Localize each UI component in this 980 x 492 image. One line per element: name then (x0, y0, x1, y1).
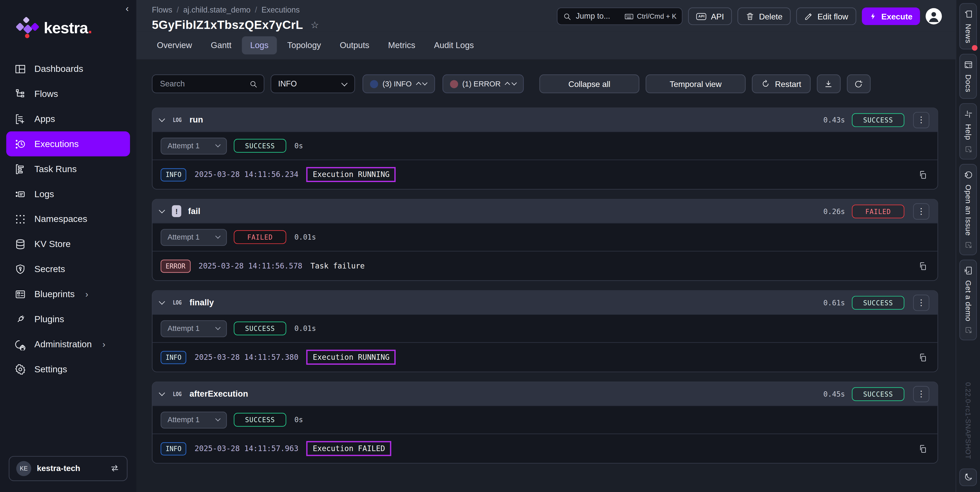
copy-button[interactable] (916, 353, 929, 362)
jump-to-search[interactable]: Jump to... Ctrl/Cmd + K (557, 7, 683, 25)
attempt-select[interactable]: Attempt 1 (161, 320, 227, 337)
sidebar-item-logs[interactable]: Logs (6, 181, 130, 206)
info-count-chip[interactable]: (3) INFO (363, 74, 435, 93)
tab-logs[interactable]: Logs (242, 36, 277, 54)
workspace-switcher[interactable]: KE kestra-tech (9, 456, 127, 481)
download-icon (824, 79, 834, 88)
task-menu-button[interactable]: ⋮ (913, 112, 929, 128)
favorite-star-icon[interactable]: ☆ (311, 19, 319, 31)
chevron-down-icon[interactable] (511, 81, 516, 85)
sidebar-collapse-icon[interactable]: ‹ (126, 4, 129, 13)
collapse-all-button[interactable]: Collapse all (539, 74, 639, 93)
sidebar-item-administration[interactable]: Administration › (6, 332, 130, 357)
search-field[interactable] (152, 74, 264, 93)
task-header[interactable]: LOG afterExecution 0.45s SUCCESS ⋮ (153, 382, 938, 406)
kestra-logo-text: kestra. (44, 18, 92, 37)
sidebar-item-executions[interactable]: Executions (6, 131, 130, 157)
chevron-down-icon[interactable] (159, 299, 165, 305)
help-button[interactable]: Help (959, 103, 977, 159)
log-level-select[interactable]: INFO (270, 74, 355, 93)
delete-button[interactable]: Delete (738, 7, 791, 25)
news-button[interactable]: News (959, 3, 977, 50)
sidebar-item-apps[interactable]: Apps (6, 106, 130, 131)
restart-button[interactable]: Restart (752, 74, 811, 93)
task-duration: 0.43s (823, 115, 845, 124)
task-menu-button[interactable]: ⋮ (913, 294, 929, 311)
restart-icon (761, 80, 770, 88)
copy-button[interactable] (916, 170, 929, 179)
sidebar-item-plugins[interactable]: Plugins (6, 307, 130, 332)
edit-flow-button[interactable]: Edit flow (796, 7, 856, 25)
chevron-down-icon[interactable] (159, 207, 165, 213)
chevron-down-icon[interactable] (159, 390, 165, 396)
task-header[interactable]: LOG run 0.43s SUCCESS ⋮ (153, 108, 938, 131)
task-name: run (189, 115, 203, 125)
temporal-view-button[interactable]: Temporal view (646, 74, 746, 93)
attempt-select[interactable]: Attempt 1 (161, 411, 227, 428)
sidebar-item-label: Administration (35, 339, 92, 349)
task-menu-button[interactable]: ⋮ (913, 386, 929, 402)
sidebar-item-kv-store[interactable]: KV Store (6, 232, 130, 257)
sidebar-item-namespaces[interactable]: Namespaces (6, 206, 130, 232)
tab-metrics[interactable]: Metrics (380, 36, 423, 54)
logs-content: INFO (3) INFO (1) ERROR Collapse all (136, 59, 956, 492)
error-count-chip[interactable]: (1) ERROR (442, 74, 524, 93)
execute-button[interactable]: Execute (862, 7, 920, 25)
tab-gantt[interactable]: Gantt (203, 36, 239, 54)
tab-overview[interactable]: Overview (149, 36, 200, 54)
error-dot-icon (450, 80, 458, 88)
user-avatar[interactable] (926, 8, 942, 24)
search-input[interactable] (159, 79, 244, 89)
copy-button[interactable] (916, 444, 929, 454)
copy-button[interactable] (916, 261, 929, 270)
breadcrumb-flow-id[interactable]: aj.child.state_demo (183, 6, 250, 14)
keyboard-shortcut: Ctrl/Cmd + K (624, 11, 676, 21)
book-icon (963, 60, 973, 70)
breadcrumb-executions[interactable]: Executions (261, 6, 300, 14)
download-logs-button[interactable] (817, 74, 840, 93)
task-menu-button[interactable]: ⋮ (913, 203, 929, 219)
version-label: 0.22.0-rc1-SNAPSHOT (964, 382, 972, 459)
tab-topology[interactable]: Topology (279, 36, 329, 54)
docs-button[interactable]: Docs (959, 54, 977, 99)
sidebar-item-flows[interactable]: Flows (6, 81, 130, 106)
task-header[interactable]: LOG finally 0.61s SUCCESS ⋮ (153, 291, 938, 314)
open-issue-button[interactable]: Open an Issue (959, 164, 977, 255)
attempt-select[interactable]: Attempt 1 (161, 228, 227, 246)
kestra-logo[interactable]: kestra. (0, 0, 136, 42)
chevron-up-icon[interactable] (416, 82, 421, 87)
attempt-select[interactable]: Attempt 1 (161, 137, 227, 154)
chevron-down-icon (215, 417, 220, 422)
sidebar-item-blueprints[interactable]: Blueprints › (6, 281, 130, 307)
refresh-button[interactable] (847, 74, 871, 93)
breadcrumb-flows[interactable]: Flows (152, 6, 172, 14)
tab-audit-logs[interactable]: Audit Logs (426, 36, 482, 54)
sidebar-item-label: Secrets (35, 264, 65, 274)
log-level-badge: INFO (161, 442, 186, 455)
get-demo-button[interactable]: Get a demo (959, 259, 977, 340)
log-timestamp: 2025-03-28 14:11:56.578 (199, 262, 302, 270)
sidebar-item-task-runs[interactable]: Task Runs (6, 157, 130, 182)
chevron-down-icon[interactable] (422, 81, 427, 85)
task-duration: 0.61s (823, 298, 845, 307)
log-level-badge: ERROR (161, 259, 190, 272)
external-link-icon (964, 241, 972, 249)
sidebar-item-label: Executions (35, 139, 79, 149)
api-icon: API (697, 13, 706, 20)
chevron-down-icon[interactable] (159, 116, 165, 122)
api-button[interactable]: API API (688, 7, 732, 25)
attempt-status-badge: SUCCESS (234, 139, 286, 153)
sidebar-item-dashboards[interactable]: Dashboards (6, 56, 130, 81)
log-task-icon: LOG (173, 390, 181, 398)
log-task-icon: LOG (173, 117, 181, 123)
attempt-duration: 0s (294, 415, 303, 424)
task-header[interactable]: ! fail 0.26s FAILED ⋮ (153, 200, 938, 223)
sidebar-item-label: Plugins (35, 314, 64, 324)
sidebar-item-secrets[interactable]: Secrets (6, 257, 130, 281)
theme-toggle-button[interactable] (959, 468, 977, 486)
tab-outputs[interactable]: Outputs (332, 36, 377, 54)
sidebar-item-settings[interactable]: Settings (6, 356, 130, 382)
log-section-finally: LOG finally 0.61s SUCCESS ⋮ Attempt 1 SU… (152, 290, 938, 372)
top-bar: Flows / aj.child.state_demo / Executions… (136, 0, 956, 32)
chevron-up-icon[interactable] (505, 82, 510, 87)
